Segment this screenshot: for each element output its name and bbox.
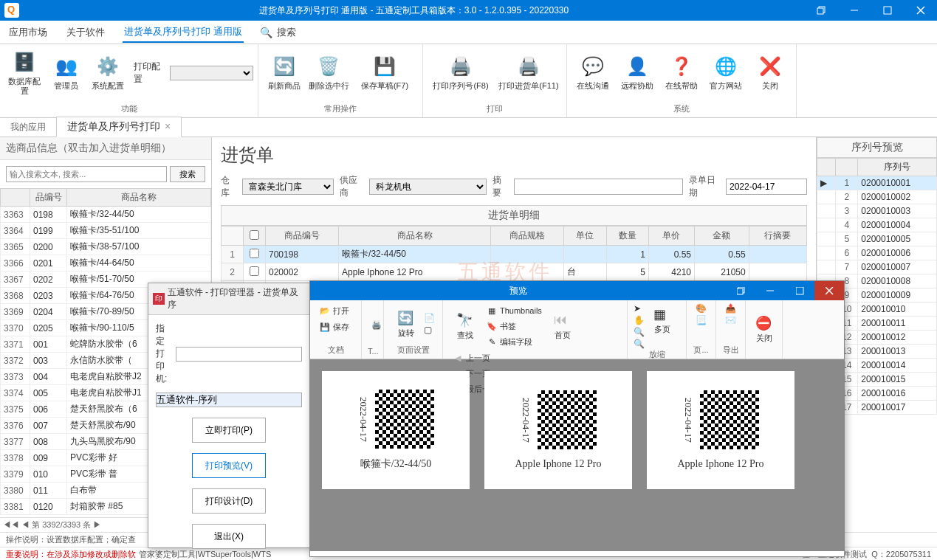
page-setup-icon[interactable]: 📄: [424, 313, 435, 323]
row-checkbox[interactable]: [250, 249, 259, 258]
menu-search[interactable]: 搜索: [275, 23, 298, 42]
print-button[interactable]: 🖨️: [368, 318, 385, 333]
sys-config-button[interactable]: ⚙️系统配置: [88, 48, 128, 98]
qr-code: [375, 390, 434, 449]
print-design-button[interactable]: 打印设计(D): [192, 488, 266, 514]
preview-min-icon[interactable]: [755, 281, 785, 300]
serial-row[interactable]: 20200010002: [817, 190, 937, 204]
online-chat-button[interactable]: 💬在线沟通: [572, 48, 614, 98]
edit-field-button[interactable]: ✎编辑字段: [483, 334, 545, 349]
refresh-products-button[interactable]: 🔄刷新商品: [263, 48, 306, 98]
bookmark-button[interactable]: 🔖书签: [483, 319, 545, 333]
pager-text: 第 3392/3393 条: [32, 520, 91, 529]
product-search-button[interactable]: 搜索: [170, 166, 205, 182]
label-preview: 2022-04-17Apple Iphone 12 Pro: [484, 371, 632, 489]
prev-page-button[interactable]: ◀上一页: [449, 350, 501, 365]
preview-close-icon[interactable]: [814, 281, 844, 300]
date-input[interactable]: [726, 179, 807, 195]
preview-max-icon[interactable]: [785, 281, 814, 300]
print-preview-button[interactable]: 打印预览(V): [192, 453, 266, 478]
save-button[interactable]: 💾保存: [316, 319, 352, 334]
admin-button[interactable]: 👥管理员: [46, 48, 86, 98]
serial-row[interactable]: 40200010004: [817, 218, 937, 232]
product-row[interactable]: 33630198喉箍卡/32-44/50: [1, 207, 211, 223]
menu-app-market[interactable]: 应用市场: [7, 23, 49, 42]
zoom-icon[interactable]: 🔍: [634, 327, 645, 337]
warehouse-select[interactable]: 富森美北门库: [242, 179, 334, 195]
delete-row-button[interactable]: 🗑️删除选中行: [307, 48, 350, 98]
summary-input[interactable]: [514, 179, 683, 195]
menu-about[interactable]: 关于软件: [65, 23, 106, 42]
preview-restore-icon[interactable]: [726, 281, 755, 300]
serial-row[interactable]: 50200010005: [817, 232, 937, 246]
margin-icon[interactable]: ▢: [424, 325, 435, 335]
thumbnails-button[interactable]: ▦Thumbnails: [483, 303, 545, 318]
delete-row-icon: 🗑️: [317, 55, 340, 78]
print-config-label: 打印配置: [134, 61, 167, 86]
select-all-checkbox[interactable]: [250, 230, 259, 240]
template-input[interactable]: [156, 393, 302, 407]
preview-close-button[interactable]: ⛔关闭: [752, 315, 776, 344]
first-page-button[interactable]: ⏮首页: [546, 312, 579, 341]
tab-my-apps[interactable]: 我的应用: [0, 118, 56, 136]
online-help-button[interactable]: ❓在线帮助: [660, 48, 703, 98]
hand-icon[interactable]: ✋: [634, 315, 645, 325]
ribbon-group-label: 常用操作: [258, 102, 422, 117]
remote-assist-button[interactable]: 👤远程协助: [616, 48, 659, 98]
detail-row[interactable]: 2020002Apple Iphone 12 Pro台5421021050: [222, 263, 807, 281]
db-config-button[interactable]: 🗄️数据库配置: [4, 48, 44, 98]
bookmark-icon: 🔖: [486, 320, 498, 332]
globe-icon: 🌐: [714, 55, 738, 78]
tab-close-icon[interactable]: ×: [165, 120, 171, 132]
serial-row[interactable]: 30200010003: [817, 204, 937, 218]
binoculars-icon: 🔭: [456, 312, 474, 330]
email-icon[interactable]: ✉️: [725, 315, 736, 325]
product-row[interactable]: 33640199喉箍卡/35-51/100: [1, 223, 211, 239]
print-exit-button[interactable]: 退出(X): [192, 524, 266, 549]
close-icon[interactable]: [904, 0, 937, 21]
pager-next[interactable]: ▶: [93, 520, 101, 529]
pager-prev[interactable]: ◀◀ ◀: [3, 520, 30, 529]
print-now-button[interactable]: 立即打印(P): [192, 418, 266, 443]
open-button[interactable]: 📂打开: [316, 303, 352, 318]
serial-row[interactable]: ▶10200010001: [817, 176, 937, 190]
watermark-icon[interactable]: 📃: [696, 315, 707, 325]
rotate-button[interactable]: 🔄旋转: [390, 310, 422, 339]
serial-row[interactable]: 60200010006: [817, 246, 937, 260]
restore-down-icon[interactable]: [804, 0, 837, 21]
print-receipt-button[interactable]: 🖨️打印进货单(F11): [495, 48, 562, 98]
window-title: 进货单及序列号打印 通用版 - 五通定制工具箱版本：3.0 - 1.2.0.39…: [24, 4, 804, 17]
app-icon: [4, 3, 19, 18]
save-icon: 💾: [319, 321, 331, 333]
detail-row[interactable]: 1700198喉箍卡/32-44/5010.550.55: [222, 246, 807, 263]
many-pages-button[interactable]: ▦多页: [646, 306, 679, 335]
users-icon: 👥: [55, 55, 78, 78]
serial-row[interactable]: 70200010007: [817, 260, 937, 274]
product-search-input[interactable]: [6, 166, 167, 182]
database-icon: 🗄️: [13, 50, 36, 74]
official-site-button[interactable]: 🌐官方网站: [704, 48, 747, 98]
row-checkbox[interactable]: [250, 266, 259, 276]
print-serial-button[interactable]: 🖨️打印序列号(F8): [428, 48, 494, 98]
export-icon[interactable]: 📤: [725, 303, 736, 314]
tab-print-module[interactable]: 进货单及序列号打印×: [56, 117, 182, 137]
minimize-icon[interactable]: [837, 0, 871, 21]
printer-input[interactable]: [176, 347, 302, 362]
col-name: 商品名称: [67, 189, 211, 207]
supplier-select[interactable]: 科龙机电: [369, 179, 487, 195]
menu-print-module[interactable]: 进货单及序列号打印 通用版: [123, 22, 244, 43]
close-app-button[interactable]: ❌关闭: [749, 48, 792, 98]
folder-open-icon: 📂: [319, 305, 331, 317]
printer-label: 指定打印机:: [156, 322, 171, 385]
product-row[interactable]: 33660201喉箍卡/44-64/50: [1, 255, 211, 272]
pointer-icon[interactable]: ➤: [634, 303, 645, 314]
save-icon: 💾: [373, 55, 397, 78]
warehouse-label: 仓库: [221, 174, 236, 199]
find-button[interactable]: 🔭查找: [449, 312, 481, 341]
product-row[interactable]: 33650200喉箍卡/38-57/100: [1, 239, 211, 255]
print-config-select[interactable]: [170, 66, 253, 80]
zoom-dropdown[interactable]: 🔍: [634, 339, 645, 349]
maximize-icon[interactable]: [871, 0, 904, 21]
save-draft-button[interactable]: 💾保存草稿(F7): [351, 48, 418, 98]
page-color-icon[interactable]: 🎨: [696, 303, 707, 314]
